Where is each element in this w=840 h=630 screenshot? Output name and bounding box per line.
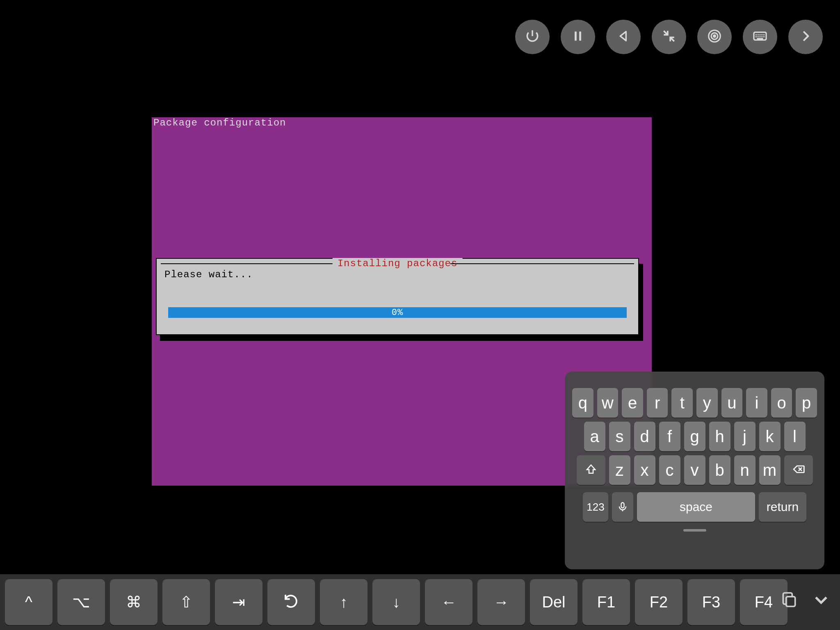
key-u[interactable]: u bbox=[721, 388, 743, 418]
svg-rect-1 bbox=[579, 32, 581, 41]
key-h[interactable]: h bbox=[709, 422, 730, 451]
key-y[interactable]: y bbox=[696, 388, 718, 418]
key-v[interactable]: v bbox=[684, 455, 705, 485]
key-g[interactable]: g bbox=[684, 422, 705, 451]
forward-chevron-icon bbox=[798, 28, 813, 46]
arrow-up-key[interactable]: ↑ bbox=[320, 579, 368, 625]
keyboard-row-3: zxcvbnm bbox=[572, 455, 817, 485]
dialog-title-row: Installing packages bbox=[157, 259, 638, 267]
arrow-left-key[interactable]: ← bbox=[425, 579, 472, 625]
dialog-title: Installing packages bbox=[333, 258, 463, 269]
mic-icon bbox=[617, 498, 628, 516]
key-b[interactable]: b bbox=[709, 455, 730, 485]
power-button[interactable] bbox=[515, 20, 550, 54]
arrow-right-key[interactable]: → bbox=[477, 579, 525, 625]
disc-button[interactable] bbox=[697, 20, 732, 54]
back-button[interactable] bbox=[606, 20, 641, 54]
pause-button[interactable] bbox=[561, 20, 595, 54]
f3-key[interactable]: F3 bbox=[687, 579, 735, 625]
key-n[interactable]: n bbox=[734, 455, 756, 485]
shift-icon bbox=[585, 461, 597, 479]
keyboard-button[interactable] bbox=[743, 20, 777, 54]
mini-keyboard: qwertyuiop asdfghjkl zxcvbnm 123 space r… bbox=[565, 372, 824, 569]
keyboard-row-1: qwertyuiop bbox=[572, 388, 817, 418]
key-j[interactable]: j bbox=[734, 422, 756, 451]
mic-key[interactable] bbox=[612, 492, 633, 522]
key-t[interactable]: t bbox=[671, 388, 693, 418]
progress-bar: 0% bbox=[168, 307, 627, 318]
progress-dialog: Installing packages Please wait... 0% bbox=[156, 258, 639, 335]
backspace-key[interactable] bbox=[784, 455, 813, 485]
key-x[interactable]: x bbox=[634, 455, 655, 485]
key-a[interactable]: a bbox=[584, 422, 605, 451]
option-key[interactable]: ⌥ bbox=[57, 579, 105, 625]
key-w[interactable]: w bbox=[597, 388, 619, 418]
keyboard-handle[interactable] bbox=[683, 529, 706, 532]
space-key[interactable]: space bbox=[637, 492, 755, 522]
keyboard-icon bbox=[752, 28, 768, 46]
key-d[interactable]: d bbox=[634, 422, 655, 451]
key-c[interactable]: c bbox=[659, 455, 680, 485]
bottom-function-bar: ^⌥⌘⇧⇥↑↓←→DelF1F2F3F4 bbox=[0, 574, 840, 630]
shift-key[interactable]: ⇧ bbox=[162, 579, 210, 625]
svg-rect-6 bbox=[621, 502, 624, 508]
svg-rect-7 bbox=[786, 597, 795, 607]
collapse-icon[interactable] bbox=[812, 591, 830, 610]
backspace-icon bbox=[792, 461, 805, 479]
numbers-key[interactable]: 123 bbox=[583, 492, 608, 522]
key-s[interactable]: s bbox=[609, 422, 630, 451]
return-key[interactable]: return bbox=[759, 492, 806, 522]
shift-key[interactable] bbox=[577, 455, 605, 485]
compress-button[interactable] bbox=[652, 20, 686, 54]
pause-icon bbox=[570, 28, 586, 46]
tab-key[interactable]: ⇥ bbox=[215, 579, 262, 625]
f2-key[interactable]: F2 bbox=[635, 579, 682, 625]
ctrl-key[interactable]: ^ bbox=[5, 579, 52, 625]
f1-key[interactable]: F1 bbox=[582, 579, 630, 625]
key-o[interactable]: o bbox=[771, 388, 792, 418]
undo-key[interactable] bbox=[267, 579, 315, 625]
keyboard-row-2: asdfghjkl bbox=[572, 422, 817, 451]
dialog-body: Please wait... bbox=[164, 269, 253, 280]
svg-point-4 bbox=[714, 35, 716, 37]
compress-icon bbox=[661, 28, 677, 46]
side-icons bbox=[780, 591, 830, 610]
key-m[interactable]: m bbox=[759, 455, 781, 485]
key-i[interactable]: i bbox=[746, 388, 767, 418]
progress-label: 0% bbox=[392, 308, 403, 318]
copy-icon[interactable] bbox=[780, 591, 798, 610]
command-key[interactable]: ⌘ bbox=[110, 579, 158, 625]
key-z[interactable]: z bbox=[609, 455, 630, 485]
key-l[interactable]: l bbox=[784, 422, 806, 451]
arrow-down-key[interactable]: ↓ bbox=[372, 579, 420, 625]
key-r[interactable]: r bbox=[647, 388, 668, 418]
key-k[interactable]: k bbox=[759, 422, 781, 451]
key-f[interactable]: f bbox=[659, 422, 680, 451]
back-triangle-icon bbox=[616, 28, 631, 46]
key-p[interactable]: p bbox=[796, 388, 817, 418]
delete-key[interactable]: Del bbox=[530, 579, 578, 625]
top-toolbar bbox=[515, 20, 823, 54]
terminal-title: Package configuration bbox=[153, 117, 286, 128]
forward-button[interactable] bbox=[788, 20, 823, 54]
target-icon bbox=[707, 28, 722, 46]
keyboard-row-4: 123 space return bbox=[572, 492, 817, 522]
undo-icon bbox=[283, 592, 300, 613]
key-e[interactable]: e bbox=[622, 388, 643, 418]
power-icon bbox=[525, 28, 540, 46]
key-q[interactable]: q bbox=[572, 388, 593, 418]
svg-rect-0 bbox=[575, 32, 577, 41]
